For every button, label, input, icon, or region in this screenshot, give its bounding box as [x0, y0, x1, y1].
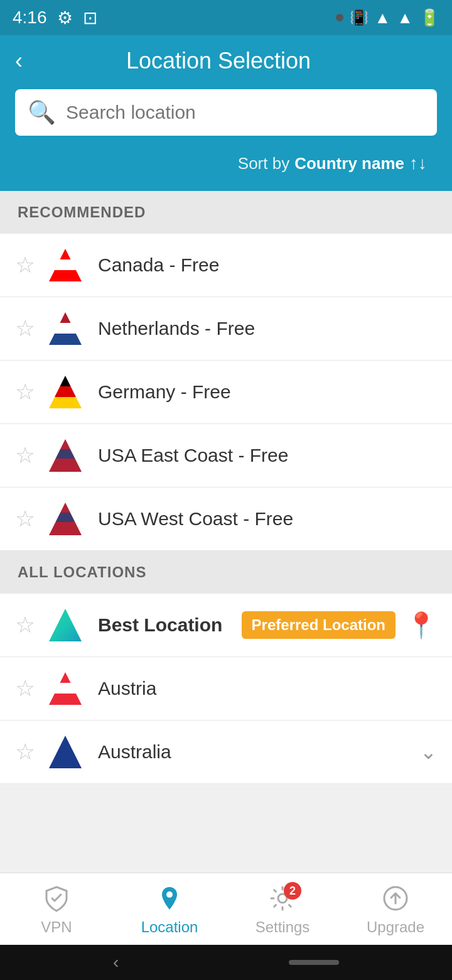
location-name: Netherlands - Free: [98, 318, 437, 339]
list-item[interactable]: ☆ USA East Coast - Free: [0, 424, 452, 487]
netherlands-flag: [48, 311, 83, 346]
search-icon: 🔍: [28, 99, 56, 126]
location-name: USA East Coast - Free: [98, 445, 437, 466]
settings-badge: 2: [284, 882, 301, 891]
usa-west-flag: [48, 501, 83, 536]
list-item[interactable]: ☆ Australia ⌄: [0, 721, 452, 784]
nav-item-vpn[interactable]: VPN: [0, 873, 113, 891]
pin-icon: 📍: [406, 611, 437, 640]
screenshot-icon: ⊡: [83, 8, 97, 28]
list-item[interactable]: ☆ Netherlands - Free: [0, 297, 452, 361]
list-item[interactable]: ☆ Austria: [0, 657, 452, 721]
star-icon[interactable]: ☆: [15, 739, 35, 765]
canada-flag: [48, 248, 83, 283]
nav-item-location[interactable]: Location: [113, 873, 226, 891]
windscribe-logo-icon: [48, 607, 83, 643]
location-name: Australia: [98, 741, 412, 763]
dot-icon: [336, 14, 343, 21]
location-name: Best Location: [98, 614, 242, 636]
star-icon[interactable]: ☆: [15, 379, 35, 405]
star-icon[interactable]: ☆: [15, 675, 35, 702]
settings-icon-container: 2: [269, 885, 296, 891]
back-button[interactable]: ‹: [15, 48, 23, 74]
list-item[interactable]: ☆ Canada - Free: [0, 234, 452, 297]
usa-east-flag: [48, 438, 83, 473]
all-locations-section-header: ALL LOCATIONS: [0, 551, 452, 594]
sort-by-label: Sort by: [238, 154, 289, 173]
battery-icon: 🔋: [419, 8, 439, 28]
sort-arrows-icon: ↑↓: [409, 153, 427, 173]
list-item[interactable]: ☆ USA West Coast - Free: [0, 487, 452, 551]
star-icon[interactable]: ☆: [15, 612, 35, 638]
sort-value: Country name: [294, 154, 404, 173]
location-name: Canada - Free: [98, 254, 437, 276]
star-icon[interactable]: ☆: [15, 506, 35, 532]
star-icon[interactable]: ☆: [15, 442, 35, 469]
preferred-location-badge: Preferred Location: [242, 611, 396, 639]
header: ‹ Location Selection 🔍 Sort by Country n…: [0, 35, 452, 191]
shield-icon: [43, 885, 70, 891]
vibrate-icon: 📳: [350, 9, 369, 26]
location-pin-icon: [156, 885, 183, 891]
australia-flag: [48, 734, 83, 770]
chevron-down-icon: ⌄: [420, 740, 437, 764]
status-bar: 4:16 ⚙ ⊡ 📳 ▲ ▲ 🔋: [0, 0, 452, 35]
germany-flag: [48, 374, 83, 410]
location-name: USA West Coast - Free: [98, 508, 437, 530]
status-icons: 📳 ▲ ▲ 🔋: [336, 8, 439, 28]
main-content: RECOMMENDED ☆ Canada - Free ☆ Netherland…: [0, 191, 452, 891]
nav-item-settings[interactable]: 2 Settings: [226, 873, 339, 891]
recommended-section-header: RECOMMENDED: [0, 191, 452, 234]
wifi-icon: ▲: [375, 8, 391, 28]
sort-bar[interactable]: Sort by Country name ↑↓: [15, 146, 437, 181]
bottom-nav: VPN Location 2 Settings Up: [0, 873, 452, 891]
star-icon[interactable]: ☆: [15, 252, 35, 278]
list-item[interactable]: ☆ Best Location Preferred Location 📍: [0, 594, 452, 657]
nav-item-upgrade[interactable]: Upgrade: [339, 873, 452, 891]
svg-point-2: [384, 887, 407, 891]
page-title: Location Selection: [35, 48, 402, 74]
upgrade-icon: [382, 885, 409, 891]
signal-icon: ▲: [397, 8, 413, 28]
status-time: 4:16: [13, 8, 47, 28]
gear-icon: ⚙: [57, 8, 73, 28]
location-name: Austria: [98, 678, 437, 699]
star-icon[interactable]: ☆: [15, 315, 35, 342]
austria-flag: [48, 671, 83, 706]
list-item[interactable]: ☆ Germany - Free: [0, 361, 452, 424]
search-input[interactable]: [66, 102, 424, 123]
location-name: Germany - Free: [98, 381, 437, 403]
search-box: 🔍: [15, 89, 437, 136]
